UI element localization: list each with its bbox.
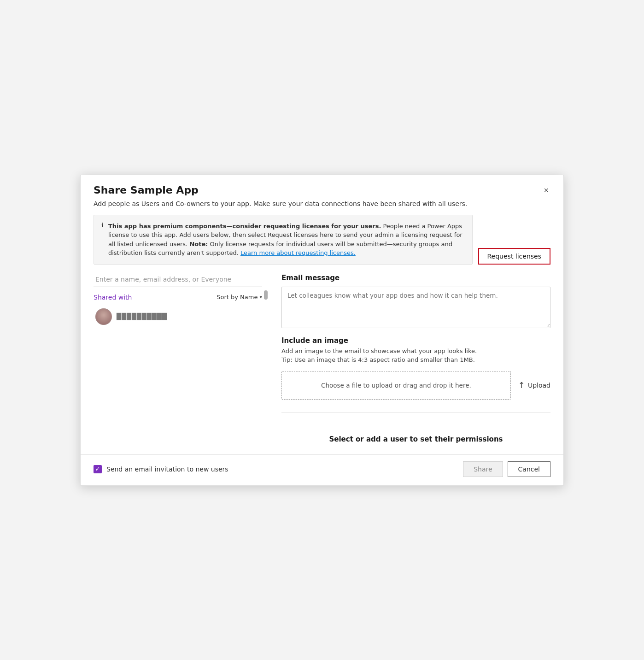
upload-icon: ↑ <box>518 380 525 390</box>
scrollbar-track[interactable] <box>264 272 269 451</box>
avatar <box>95 308 112 325</box>
dialog-subtitle: Add people as Users and Co-owners to you… <box>81 200 563 215</box>
email-invitation-checkbox[interactable]: ✓ <box>94 465 102 473</box>
shared-header: Shared with Sort by Name ▾ <box>94 294 262 301</box>
shared-section: Shared with Sort by Name ▾ ██████████ <box>94 294 262 451</box>
permissions-placeholder: Select or add a user to set their permis… <box>281 435 550 443</box>
include-image-desc-line1: Add an image to the email to showcase wh… <box>281 348 477 354</box>
sort-dropdown[interactable]: Sort by Name ▾ <box>217 294 262 301</box>
left-panel-wrapper: Shared with Sort by Name ▾ ██████████ <box>94 272 269 451</box>
notice-link[interactable]: Learn more about requesting licenses. <box>240 249 356 256</box>
left-panel: Shared with Sort by Name ▾ ██████████ <box>94 272 262 451</box>
upload-button[interactable]: ↑ Upload <box>518 380 550 390</box>
scrollbar-thumb <box>264 290 268 300</box>
dialog-header: Share Sample App × <box>81 175 563 200</box>
user-name: ██████████ <box>117 313 167 320</box>
dialog-footer: ✓ Send an email invitation to new users … <box>81 454 563 485</box>
chevron-down-icon: ▾ <box>259 294 262 300</box>
notice-note-bold: Note: <box>189 241 208 248</box>
close-button[interactable]: × <box>542 184 550 196</box>
shared-with-label: Shared with <box>94 294 132 301</box>
dialog-body: Shared with Sort by Name ▾ ██████████ <box>81 272 563 451</box>
notice-bold: This app has premium components—consider… <box>108 223 381 230</box>
share-button[interactable]: Share <box>463 461 503 477</box>
notice-text: This app has premium components—consider… <box>108 222 465 258</box>
email-textarea[interactable] <box>281 287 550 328</box>
include-image-desc: Add an image to the email to showcase wh… <box>281 347 550 365</box>
right-panel: Email message Include an image Add an im… <box>280 272 550 451</box>
sort-label: Sort by Name <box>217 294 258 301</box>
notice-row: ℹ This app has premium components—consid… <box>94 215 550 265</box>
cancel-button[interactable]: Cancel <box>508 461 550 477</box>
email-invitation-row: ✓ Send an email invitation to new users <box>94 465 228 473</box>
info-icon: ℹ <box>101 222 104 229</box>
email-invitation-label: Send an email invitation to new users <box>106 466 228 473</box>
upload-area: Choose a file to upload or drag and drop… <box>281 371 550 400</box>
upload-dropzone[interactable]: Choose a file to upload or drag and drop… <box>281 371 511 400</box>
upload-btn-label: Upload <box>528 382 550 389</box>
include-image-desc-line2: Tip: Use an image that is 4:3 aspect rat… <box>281 356 475 363</box>
checkmark-icon: ✓ <box>95 466 100 472</box>
share-dialog: Share Sample App × Add people as Users a… <box>80 175 564 486</box>
upload-dropzone-text: Choose a file to upload or drag and drop… <box>321 382 471 389</box>
divider <box>281 412 550 413</box>
email-section-title: Email message <box>281 274 550 282</box>
footer-buttons: Share Cancel <box>463 461 550 477</box>
request-licenses-button[interactable]: Request licenses <box>478 248 550 265</box>
notice-banner: ℹ This app has premium components—consid… <box>94 215 473 265</box>
list-item: ██████████ <box>94 306 262 328</box>
search-input[interactable] <box>94 272 262 287</box>
user-list: ██████████ <box>94 306 262 451</box>
include-image-title: Include an image <box>281 336 550 345</box>
dialog-title: Share Sample App <box>94 184 199 196</box>
